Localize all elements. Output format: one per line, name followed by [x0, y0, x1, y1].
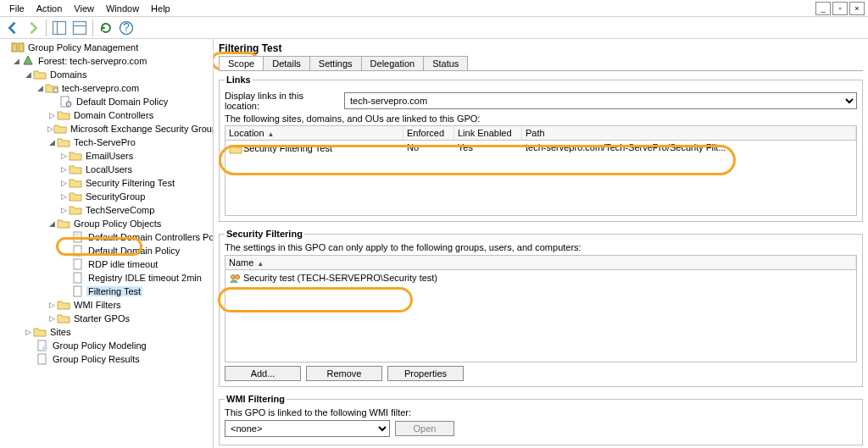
- gpo-link-icon: [59, 95, 73, 108]
- links-location-select[interactable]: tech-servepro.com: [344, 92, 857, 109]
- links-row[interactable]: Security Filtering Test No Yes tech-serv…: [225, 141, 856, 156]
- domain-icon: [45, 81, 58, 95]
- forward-button[interactable]: [24, 19, 42, 37]
- svg-rect-16: [74, 259, 81, 269]
- svg-rect-0: [53, 21, 66, 34]
- tree-gpo-rdp[interactable]: RDP idle timeout: [0, 257, 213, 271]
- refresh-button[interactable]: [97, 19, 115, 37]
- tree-gp-modeling[interactable]: Group Policy Modeling: [0, 339, 213, 352]
- wmi-filter-select[interactable]: <none>: [225, 420, 390, 437]
- links-location-label: Display links in this location:: [225, 91, 339, 111]
- gpo-icon: [71, 271, 85, 285]
- secfilt-list[interactable]: Security test (TECH-SERVEPRO\Security te…: [225, 269, 857, 362]
- tab-details[interactable]: Details: [263, 56, 310, 70]
- tree-starter-gpos[interactable]: ▷ Starter GPOs: [0, 312, 213, 325]
- svg-rect-15: [74, 246, 81, 256]
- add-button[interactable]: Add...: [225, 366, 301, 381]
- show-hide-tree-button[interactable]: [50, 19, 69, 37]
- col-path[interactable]: Path: [522, 126, 856, 140]
- svg-point-11: [66, 102, 71, 107]
- svg-rect-7: [19, 43, 24, 52]
- ou-icon: [229, 142, 241, 154]
- secfilt-row[interactable]: Security test (TECH-SERVEPRO\Security te…: [225, 270, 856, 285]
- svg-point-23: [236, 275, 240, 279]
- window-buttons: _ ▫ ×: [814, 2, 865, 15]
- ou-icon: [69, 149, 82, 163]
- tab-settings[interactable]: Settings: [309, 56, 362, 70]
- gpo-icon: [71, 257, 85, 271]
- tree-security-filtering-test[interactable]: ▷ Security Filtering Test: [0, 176, 213, 190]
- tree-emailusers[interactable]: ▷ EmailUsers: [0, 149, 213, 163]
- wmi-hint: This GPO is linked to the following WMI …: [225, 407, 857, 418]
- ou-icon: [57, 136, 70, 149]
- col-link-enabled[interactable]: Link Enabled: [454, 126, 522, 140]
- tree-sites[interactable]: ▷ Sites: [0, 325, 213, 339]
- tree-gpo-filtering-test[interactable]: Filtering Test: [0, 285, 213, 298]
- tab-scope[interactable]: Scope: [219, 56, 264, 70]
- tree-localusers[interactable]: ▷ LocalUsers: [0, 163, 213, 176]
- tree-root[interactable]: Group Policy Management: [0, 41, 213, 54]
- tree-gpo-registry[interactable]: Registry IDLE timeout 2min: [0, 271, 213, 285]
- folder-icon: [57, 298, 70, 312]
- tree-domains[interactable]: ◢ Domains: [0, 68, 213, 81]
- links-hint: The following sites, domains, and OUs ar…: [225, 113, 857, 124]
- col-enforced[interactable]: Enforced: [403, 126, 454, 140]
- svg-point-20: [42, 346, 47, 351]
- tree-securitygroup[interactable]: ▷ SecurityGroup: [0, 190, 213, 203]
- menu-action[interactable]: Action: [31, 2, 69, 15]
- col-location[interactable]: Location▲: [225, 126, 403, 140]
- toolbar: ?: [0, 17, 868, 39]
- tree-gpo-ddcp[interactable]: Default Domain Controllers Policy: [0, 230, 213, 244]
- tree-wmi-filters[interactable]: ▷ WMI Filters: [0, 298, 213, 312]
- forest-icon: [21, 54, 35, 68]
- gpo-icon: [71, 285, 85, 298]
- help-button[interactable]: ?: [117, 19, 136, 37]
- svg-rect-2: [74, 21, 86, 34]
- navigation-tree[interactable]: Group Policy Management ◢ Forest: tech-s…: [0, 39, 214, 448]
- menu-help[interactable]: Help: [145, 2, 176, 15]
- remove-button[interactable]: Remove: [306, 366, 382, 381]
- svg-marker-8: [24, 56, 32, 64]
- tab-delegation[interactable]: Delegation: [361, 56, 425, 70]
- tab-strip: Scope Details Settings Delegation Status: [219, 56, 863, 71]
- ou-icon: [69, 203, 82, 217]
- tree-default-domain-policy[interactable]: Default Domain Policy: [0, 95, 213, 108]
- details-pane: Filtering Test Scope Details Settings De…: [214, 39, 868, 448]
- tree-gpo-container[interactable]: ◢ Group Policy Objects: [0, 217, 213, 230]
- tree-tech-servepro[interactable]: ◢ Tech-ServePro: [0, 136, 213, 149]
- details-button[interactable]: [70, 19, 89, 37]
- menu-window[interactable]: Window: [100, 2, 145, 15]
- links-list[interactable]: Security Filtering Test No Yes tech-serv…: [225, 140, 857, 216]
- folder-icon: [57, 312, 70, 325]
- tree-domain[interactable]: ◢ tech-servepro.com: [0, 81, 213, 95]
- ou-icon: [57, 108, 70, 122]
- page-title: Filtering Test: [219, 42, 863, 54]
- ou-icon: [69, 163, 82, 176]
- report-icon: [36, 352, 49, 366]
- back-button[interactable]: [3, 19, 22, 37]
- restore-button[interactable]: ▫: [832, 2, 848, 15]
- tree-techservecomp[interactable]: ▷ TechServeComp: [0, 203, 213, 217]
- svg-point-22: [231, 275, 236, 279]
- ou-icon: [69, 190, 82, 203]
- security-filtering-group: Security Filtering The settings in this …: [219, 229, 863, 387]
- secfilt-list-header: Name▲: [225, 255, 857, 269]
- minimize-button[interactable]: _: [815, 2, 831, 15]
- tree-gpo-ddp[interactable]: Default Domain Policy: [0, 244, 213, 257]
- tree-forest[interactable]: ◢ Forest: tech-servepro.com: [0, 54, 213, 68]
- report-icon: [36, 339, 49, 352]
- svg-rect-17: [74, 273, 81, 283]
- tree-domain-controllers[interactable]: ▷ Domain Controllers: [0, 108, 213, 122]
- tab-status[interactable]: Status: [423, 56, 468, 70]
- tree-gp-results[interactable]: Group Policy Results: [0, 352, 213, 366]
- menu-file[interactable]: File: [3, 2, 31, 15]
- close-button[interactable]: ×: [849, 2, 865, 15]
- folder-icon: [57, 217, 70, 230]
- properties-button[interactable]: Properties: [387, 366, 464, 381]
- col-name[interactable]: Name▲: [225, 256, 856, 269]
- links-group: Links Display links in this location: te…: [219, 75, 863, 222]
- links-legend: Links: [225, 75, 253, 85]
- svg-text:?: ?: [123, 20, 130, 33]
- menu-view[interactable]: View: [68, 2, 100, 15]
- tree-exchange-groups[interactable]: ▷ Microsoft Exchange Security Groups: [0, 122, 213, 136]
